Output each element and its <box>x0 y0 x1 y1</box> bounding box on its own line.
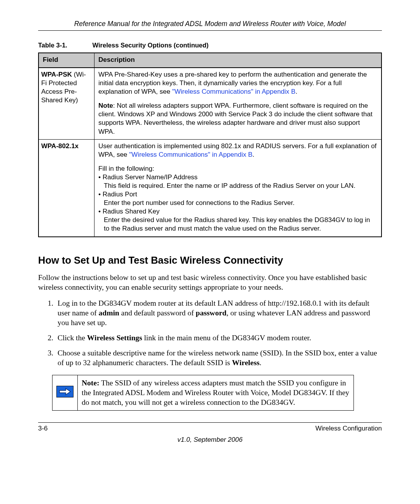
th-description: Description <box>94 53 382 68</box>
steps-list: Log in to the DG834GV modem router at it… <box>38 299 382 368</box>
footer-version: v1.0, September 2006 <box>38 436 382 444</box>
table-row: WPA-PSK (Wi-Fi Protected Access Pre-Shar… <box>38 68 382 139</box>
header-rule <box>38 30 382 31</box>
step-item: Click the Wireless Settings link in the … <box>55 333 382 343</box>
description-cell: WPA Pre-Shared-Key uses a pre-shared key… <box>94 68 382 139</box>
step-item: Log in to the DG834GV modem router at it… <box>55 299 382 328</box>
note-text-cell: Note: The SSID of any wireless access ad… <box>78 375 354 411</box>
bullet-desc: Enter the port number used for connectio… <box>98 199 377 207</box>
bullet-desc: This field is required. Enter the name o… <box>98 182 377 190</box>
description-note: Note: Not all wireless adapters support … <box>98 102 377 136</box>
th-field: Field <box>38 53 94 68</box>
footer-rule <box>38 422 382 423</box>
intro-paragraph: Follow the instructions below to set up … <box>38 273 382 292</box>
svg-marker-0 <box>60 388 70 395</box>
bullet-title: Radius Port <box>98 191 137 198</box>
bullet-title: Radius Server Name/IP Address <box>98 173 198 181</box>
list-item: Radius Server Name/IP Address This field… <box>98 173 377 190</box>
note-icon-cell <box>52 375 78 411</box>
description-cell: User authentication is implemented using… <box>94 139 382 236</box>
table-caption: Table 3-1. Wireless Security Options (co… <box>38 41 382 49</box>
arrow-right-icon <box>56 386 74 397</box>
field-name: WPA-802.1x <box>41 142 79 150</box>
description-paragraph: WPA Pre-Shared-Key uses a pre-shared key… <box>98 70 377 96</box>
field-cell: WPA-802.1x <box>38 139 94 236</box>
list-item: Radius Port Enter the port number used f… <box>98 190 377 207</box>
footer-section: Wireless Configuration <box>315 424 382 433</box>
note-box: Note: The SSID of any wireless access ad… <box>52 375 354 411</box>
step-item: Choose a suitable descriptive name for t… <box>55 348 382 368</box>
radius-fields-list: Radius Server Name/IP Address This field… <box>98 173 377 233</box>
fill-in-label: Fill in the following: <box>98 164 377 173</box>
link-appendix-b[interactable]: "Wireless Communications" in Appendix B <box>172 88 296 95</box>
bullet-title: Radius Shared Key <box>98 208 159 215</box>
section-heading: How to Set Up and Test Basic Wireless Co… <box>38 254 382 267</box>
table-number: Table 3-1. <box>38 41 91 49</box>
list-item: Radius Shared Key Enter the desired valu… <box>98 207 377 233</box>
bullet-desc: Enter the desired value for the Radius s… <box>98 216 377 233</box>
footer-line: 3-6 Wireless Configuration <box>38 424 382 433</box>
running-header: Reference Manual for the Integrated ADSL… <box>38 19 382 29</box>
wireless-security-options-table: Field Description WPA-PSK (Wi-Fi Protect… <box>38 52 382 237</box>
table-title: Wireless Security Options (continued) <box>93 42 209 49</box>
field-cell: WPA-PSK (Wi-Fi Protected Access Pre-Shar… <box>38 68 94 139</box>
field-name: WPA-PSK <box>41 71 72 78</box>
table-row: WPA-802.1x User authentication is implem… <box>38 139 382 236</box>
page-number: 3-6 <box>38 424 48 433</box>
link-appendix-b[interactable]: "Wireless Communications" in Appendix B <box>129 151 252 158</box>
description-paragraph: User authentication is implemented using… <box>98 142 377 159</box>
